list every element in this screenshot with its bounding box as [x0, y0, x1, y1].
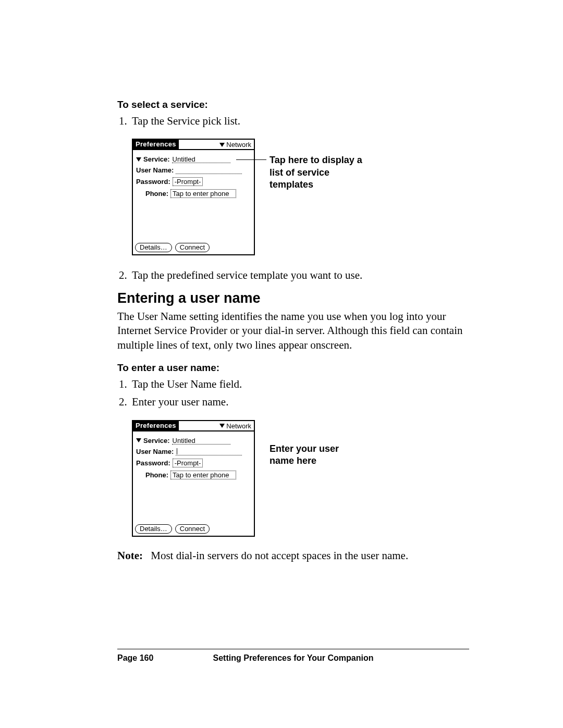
category-picklist[interactable]: Network: [217, 140, 254, 149]
note-label: Note:: [117, 549, 143, 562]
username-label: User Name:: [136, 448, 174, 455]
password-row: Password: -Prompt-: [136, 177, 251, 186]
chapter-title: Setting Preferences for Your Companion: [213, 653, 374, 663]
chevron-down-icon: [219, 143, 225, 147]
service-value[interactable]: Untitled: [172, 437, 230, 445]
username-field[interactable]: [176, 448, 242, 455]
callout-leader-line: [236, 159, 266, 160]
service-value[interactable]: Untitled: [172, 155, 230, 163]
steps-select-service: Tap the Service pick list.: [117, 114, 469, 128]
page-number: Page 160: [117, 653, 153, 663]
figure-2: Preferences Network Service: Untitled Us…: [132, 420, 469, 537]
phone-field[interactable]: Tap to enter phone: [170, 189, 236, 198]
category-label: Network: [226, 422, 251, 430]
username-row: User Name:: [136, 448, 251, 455]
phone-label: Phone:: [145, 190, 168, 198]
phone-field[interactable]: Tap to enter phone: [170, 471, 236, 479]
steps-select-service-cont: Tap the predefined service template you …: [117, 268, 469, 282]
page-footer: Page 160 Setting Preferences for Your Co…: [117, 649, 469, 663]
username-row: User Name:: [136, 166, 251, 174]
paragraph-username-desc: The User Name setting identifies the nam…: [117, 310, 469, 353]
app-title: Preferences: [133, 421, 179, 430]
text-cursor: [177, 448, 177, 454]
step-2-1: Tap the User Name field.: [130, 377, 469, 391]
password-label: Password:: [136, 459, 170, 467]
palm-screenshot-2: Preferences Network Service: Untitled Us…: [132, 420, 255, 537]
connect-button[interactable]: Connect: [175, 243, 210, 252]
category-picklist[interactable]: Network: [217, 421, 254, 430]
phone-row: Phone: Tap to enter phone: [136, 189, 251, 198]
step-1: Tap the Service pick list.: [130, 114, 469, 128]
chevron-down-icon: [136, 157, 141, 162]
callout-1: Tap here to display a list of service te…: [270, 154, 369, 191]
note-text: Most dial-in servers do not accept space…: [151, 549, 408, 562]
manual-page: To select a service: Tap the Service pic…: [0, 0, 563, 728]
chevron-down-icon: [136, 438, 141, 442]
phone-label: Phone:: [145, 471, 168, 479]
heading-enter-username: To enter a user name:: [117, 362, 469, 374]
service-row[interactable]: Service: Untitled: [136, 437, 251, 445]
username-field[interactable]: [176, 166, 242, 174]
details-button[interactable]: Details…: [135, 524, 172, 534]
heading-entering-username: Entering a user name: [117, 290, 469, 306]
password-field[interactable]: -Prompt-: [173, 459, 203, 467]
step-2-2: Enter your user name.: [130, 394, 469, 409]
palm-screenshot-1: Preferences Network Service: Untitled Us…: [132, 139, 255, 255]
details-button[interactable]: Details…: [135, 243, 172, 252]
steps-enter-username: Tap the User Name field. Enter your user…: [117, 377, 469, 410]
figure-1: Preferences Network Service: Untitled Us…: [132, 139, 469, 255]
chevron-down-icon: [219, 424, 225, 428]
password-field[interactable]: -Prompt-: [173, 177, 203, 186]
note: Note: Most dial-in servers do not accept…: [117, 549, 469, 562]
app-title: Preferences: [133, 140, 179, 149]
heading-select-service: To select a service:: [117, 99, 469, 110]
palm-titlebar: Preferences Network: [133, 140, 254, 150]
service-row[interactable]: Service: Untitled: [136, 155, 251, 163]
service-label: Service:: [143, 437, 170, 445]
username-label: User Name:: [136, 166, 174, 174]
palm-titlebar: Preferences Network: [133, 421, 254, 431]
service-label: Service:: [143, 155, 170, 163]
phone-row: Phone: Tap to enter phone: [136, 471, 251, 479]
password-row: Password: -Prompt-: [136, 459, 251, 467]
connect-button[interactable]: Connect: [175, 524, 210, 534]
step-2: Tap the predefined service template you …: [130, 268, 469, 282]
callout-2: Enter your user name here: [270, 443, 363, 467]
password-label: Password:: [136, 178, 170, 186]
category-label: Network: [226, 141, 251, 149]
